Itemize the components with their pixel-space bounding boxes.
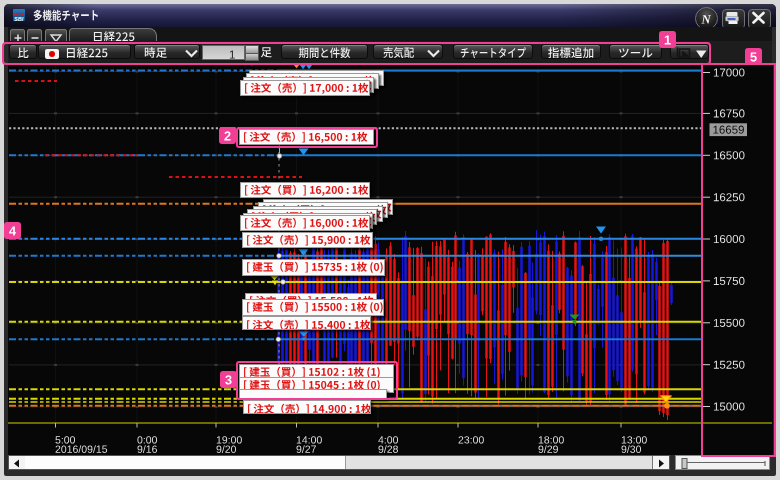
svg-text:SBI: SBI xyxy=(14,16,24,22)
